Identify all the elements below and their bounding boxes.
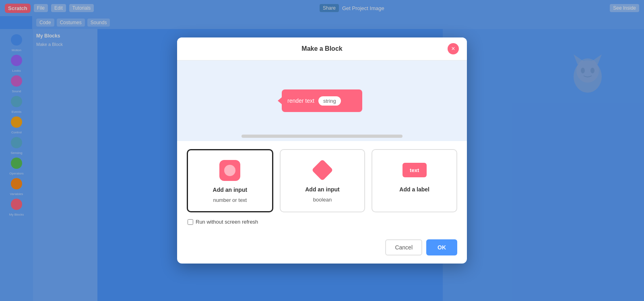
block-preview-area: render text string <box>177 60 467 141</box>
options-area: Add an input number or text Add an input… <box>177 141 467 239</box>
scratch-block-preview: render text string <box>282 89 362 112</box>
run-without-refresh-label[interactable]: Run without screen refresh <box>196 219 258 225</box>
option-3-icon-text: text <box>410 167 419 173</box>
option-1-icon-inner <box>224 165 235 176</box>
option-1-name: Add an input <box>213 187 248 193</box>
block-hat: render text string <box>282 89 362 112</box>
option-2-name: Add an input <box>305 186 340 193</box>
modal-overlay: Make a Block × render text string <box>0 0 644 301</box>
option-3-name: Add a label <box>399 186 429 193</box>
run-without-refresh-checkbox[interactable] <box>188 219 193 225</box>
modal-footer: Cancel OK <box>177 239 467 264</box>
cancel-button[interactable]: Cancel <box>385 239 422 255</box>
option-3-icon-wrapper: text <box>402 158 427 182</box>
option-2-icon <box>312 160 333 181</box>
option-1-sub: number or text <box>213 197 247 203</box>
option-1-icon-wrapper <box>218 158 242 183</box>
block-label-text: render text <box>287 98 314 104</box>
ok-button[interactable]: OK <box>426 239 457 255</box>
modal-title: Make a Block <box>196 45 448 52</box>
modal-close-button[interactable]: × <box>448 43 459 54</box>
modal-header: Make a Block × <box>177 37 467 60</box>
option-input-number-text[interactable]: Add an input number or text <box>187 149 273 212</box>
option-add-label[interactable]: text Add a label <box>372 149 457 212</box>
block-input-pill[interactable]: string <box>318 96 341 106</box>
option-2-sub: boolean <box>313 197 332 203</box>
option-2-icon-diamond <box>312 159 333 181</box>
option-3-icon: text <box>402 163 427 177</box>
checkbox-row: Run without screen refresh <box>187 219 457 225</box>
option-input-boolean[interactable]: Add an input boolean <box>280 149 365 212</box>
make-a-block-modal: Make a Block × render text string <box>177 37 467 264</box>
option-2-icon-wrapper <box>310 158 334 182</box>
option-1-icon <box>219 160 240 181</box>
preview-scrollbar[interactable] <box>242 135 402 138</box>
option-cards-container: Add an input number or text Add an input… <box>187 149 457 212</box>
